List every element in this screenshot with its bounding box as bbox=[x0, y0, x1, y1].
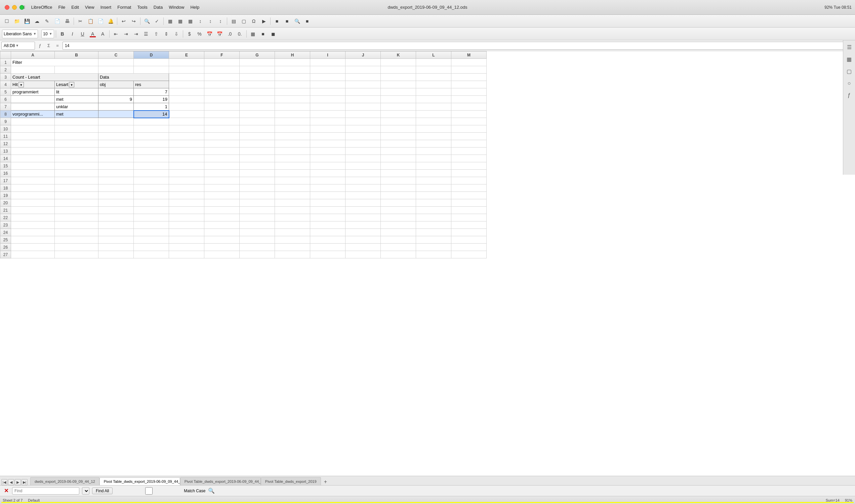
cell-b6[interactable]: met bbox=[55, 96, 99, 103]
menu-insert[interactable]: Insert bbox=[101, 5, 111, 10]
tab-prev-button[interactable]: ◀ bbox=[8, 479, 14, 485]
thousands-button[interactable]: 📅 bbox=[205, 29, 214, 39]
cell-d8[interactable]: 14 bbox=[134, 110, 169, 118]
cell-h2[interactable] bbox=[275, 66, 310, 74]
col-header-j[interactable]: J bbox=[345, 51, 381, 59]
cell-j2[interactable] bbox=[345, 66, 381, 74]
add-sheet-button[interactable]: + bbox=[322, 479, 329, 485]
cell-l1[interactable] bbox=[416, 59, 451, 66]
new-button[interactable]: ☐ bbox=[2, 16, 12, 26]
cell-h7[interactable] bbox=[275, 103, 310, 110]
cell-a5[interactable]: programmiert bbox=[11, 88, 55, 96]
sort-desc-button[interactable]: ↕ bbox=[206, 16, 215, 26]
open-button[interactable]: 📁 bbox=[12, 16, 21, 26]
cell-f3[interactable] bbox=[204, 74, 239, 81]
cell-d6[interactable]: 19 bbox=[134, 96, 169, 103]
cell-l6[interactable] bbox=[416, 96, 451, 103]
row-header-20[interactable]: 20 bbox=[0, 199, 11, 206]
cell-j8[interactable] bbox=[345, 110, 381, 118]
cell-i2[interactable] bbox=[310, 66, 345, 74]
tab-next-button[interactable]: ▶ bbox=[15, 479, 21, 485]
cell-l8[interactable] bbox=[416, 110, 451, 118]
sheet-tab-1[interactable]: dwds_export_2019-06-09_09_44_12 bbox=[30, 477, 100, 485]
menu-edit[interactable]: Edit bbox=[71, 5, 79, 10]
font-size-dropdown[interactable]: 10 ▼ bbox=[41, 30, 54, 38]
row-header-5[interactable]: 5 bbox=[0, 88, 11, 96]
sort-button[interactable]: ↕ bbox=[216, 16, 225, 26]
sheet-area[interactable]: A B C D E F G H I J K L M 1 bbox=[0, 51, 855, 476]
macro-button[interactable]: ▶ bbox=[259, 16, 269, 26]
cell-i3[interactable] bbox=[310, 74, 345, 81]
cell-k5[interactable] bbox=[381, 88, 416, 96]
sheet-tab-4[interactable]: Pivot Table_dwds_export_2019 bbox=[261, 477, 321, 485]
print-button[interactable]: 🖶 bbox=[63, 16, 72, 26]
cell-e5[interactable] bbox=[169, 88, 204, 96]
save-remote-button[interactable]: ☁ bbox=[32, 16, 42, 26]
font-name-dropdown[interactable]: Liberation Sans ▼ bbox=[2, 30, 38, 38]
cell-i1[interactable] bbox=[310, 59, 345, 66]
cell-b7[interactable]: unklar bbox=[55, 103, 99, 110]
properties-icon[interactable]: ☰ bbox=[845, 43, 853, 51]
copy-button[interactable]: 📋 bbox=[86, 16, 95, 26]
col-header-b[interactable]: B bbox=[55, 51, 99, 59]
col-header-c[interactable]: C bbox=[99, 51, 134, 59]
cell-d5[interactable]: 7 bbox=[134, 88, 169, 96]
col-header-a[interactable]: A bbox=[11, 51, 55, 59]
row-header-23[interactable]: 23 bbox=[0, 221, 11, 229]
cell-k8[interactable] bbox=[381, 110, 416, 118]
row-header-24[interactable]: 24 bbox=[0, 229, 11, 236]
cell-m6[interactable] bbox=[451, 96, 487, 103]
cell-j6[interactable] bbox=[345, 96, 381, 103]
image-button[interactable]: ▢ bbox=[239, 16, 248, 26]
col-header-h[interactable]: H bbox=[275, 51, 310, 59]
cell-e3[interactable] bbox=[169, 74, 204, 81]
zoom-button[interactable]: 🔍 bbox=[292, 16, 302, 26]
cell-ref-arrow[interactable]: ▼ bbox=[16, 44, 19, 47]
cell-a6[interactable] bbox=[11, 96, 55, 103]
sheet-tab-2[interactable]: Pivot Table_dwds_export_2019-06-09_09_44… bbox=[100, 478, 180, 485]
color-button[interactable]: ■ bbox=[302, 16, 312, 26]
cell-h8[interactable] bbox=[275, 110, 310, 118]
styles-button[interactable]: ■ bbox=[282, 16, 292, 26]
cell-l5[interactable] bbox=[416, 88, 451, 96]
col-header-m[interactable]: M bbox=[451, 51, 487, 59]
cell-h4[interactable] bbox=[275, 81, 310, 88]
row-header-2[interactable]: 2 bbox=[0, 66, 11, 74]
cell-d4[interactable]: res bbox=[134, 81, 169, 88]
cell-a1[interactable]: Filter bbox=[11, 59, 99, 66]
paste-button[interactable]: 📄 bbox=[96, 16, 105, 26]
insert-cols-button[interactable]: ▦ bbox=[185, 16, 195, 26]
menu-bar[interactable]:  LibreOffice File Edit View Insert Form… bbox=[23, 5, 199, 10]
underline-button[interactable]: U bbox=[78, 29, 87, 39]
cell-j3[interactable] bbox=[345, 74, 381, 81]
cell-j4[interactable] bbox=[345, 81, 381, 88]
undo-button[interactable]: ↩ bbox=[119, 16, 128, 26]
col-header-g[interactable]: G bbox=[239, 51, 275, 59]
tab-nav-controls[interactable]: |◀ ◀ ▶ ▶| bbox=[1, 479, 28, 485]
cell-k3[interactable] bbox=[381, 74, 416, 81]
cell-j7[interactable] bbox=[345, 103, 381, 110]
hit-dropdown-arrow[interactable]: ▼ bbox=[18, 82, 24, 87]
cell-g8[interactable] bbox=[239, 110, 275, 118]
row-header-18[interactable]: 18 bbox=[0, 184, 11, 192]
menu-format[interactable]: Format bbox=[117, 5, 131, 10]
cell-a2[interactable] bbox=[11, 66, 55, 74]
cell-g6[interactable] bbox=[239, 96, 275, 103]
menu-tools[interactable]: Tools bbox=[137, 5, 147, 10]
cell-f4[interactable] bbox=[204, 81, 239, 88]
row-header-8[interactable]: 8 bbox=[0, 110, 11, 118]
cell-c7[interactable] bbox=[99, 103, 134, 110]
row-header-1[interactable]: 1 bbox=[0, 59, 11, 66]
cell-h6[interactable] bbox=[275, 96, 310, 103]
cell-g7[interactable] bbox=[239, 103, 275, 110]
styles-icon[interactable]: ▦ bbox=[845, 55, 853, 63]
row-header-16[interactable]: 16 bbox=[0, 170, 11, 177]
menu-libreoffice[interactable]: LibreOffice bbox=[31, 5, 52, 10]
export-pdf-button[interactable]: 📄 bbox=[52, 16, 62, 26]
window-controls[interactable] bbox=[5, 5, 24, 10]
text-color-button2[interactable]: ◼ bbox=[269, 29, 278, 39]
function-wizard-button[interactable]: ƒ bbox=[36, 42, 44, 49]
cell-m1[interactable] bbox=[451, 59, 487, 66]
match-case-checkbox-container[interactable]: Match Case bbox=[115, 487, 206, 494]
cell-c5[interactable] bbox=[99, 88, 134, 96]
